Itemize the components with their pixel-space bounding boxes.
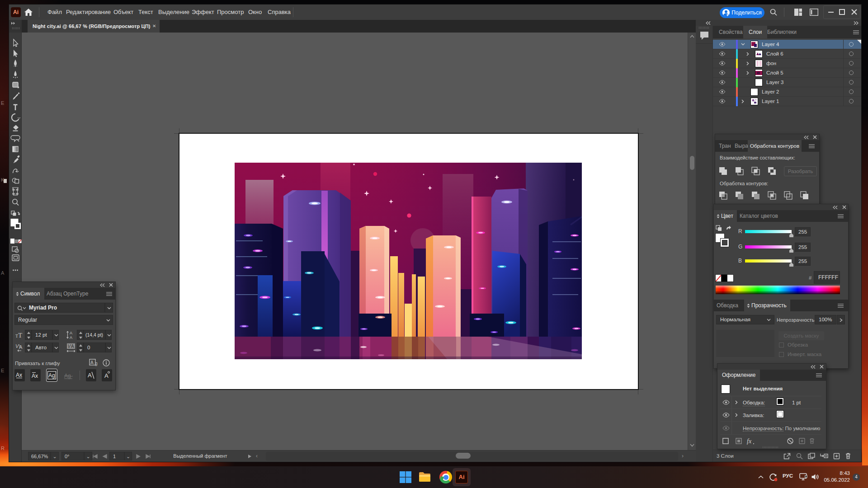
svg-text:A: A: [90, 360, 94, 365]
svg-text:A: A: [19, 344, 23, 350]
svg-text:Ag: Ag: [64, 373, 71, 379]
svg-text:Ax: Ax: [16, 372, 22, 378]
svg-text:A: A: [88, 372, 92, 379]
svg-text:A: A: [70, 335, 72, 340]
svg-text:Ax: Ax: [32, 373, 38, 379]
svg-text:T: T: [18, 332, 22, 338]
svg-text:A: A: [70, 331, 72, 335]
svg-text:Ag: Ag: [48, 372, 55, 379]
svg-text:g: g: [95, 361, 98, 366]
svg-text:A: A: [104, 372, 108, 379]
svg-text:A: A: [71, 344, 74, 349]
svg-text:fx: fx: [747, 438, 752, 445]
